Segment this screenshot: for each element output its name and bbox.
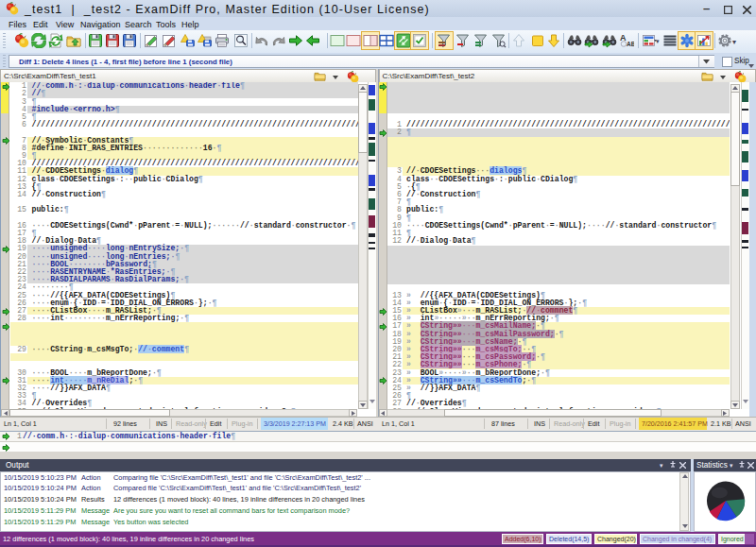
- svg-text:AB: AB: [627, 41, 634, 47]
